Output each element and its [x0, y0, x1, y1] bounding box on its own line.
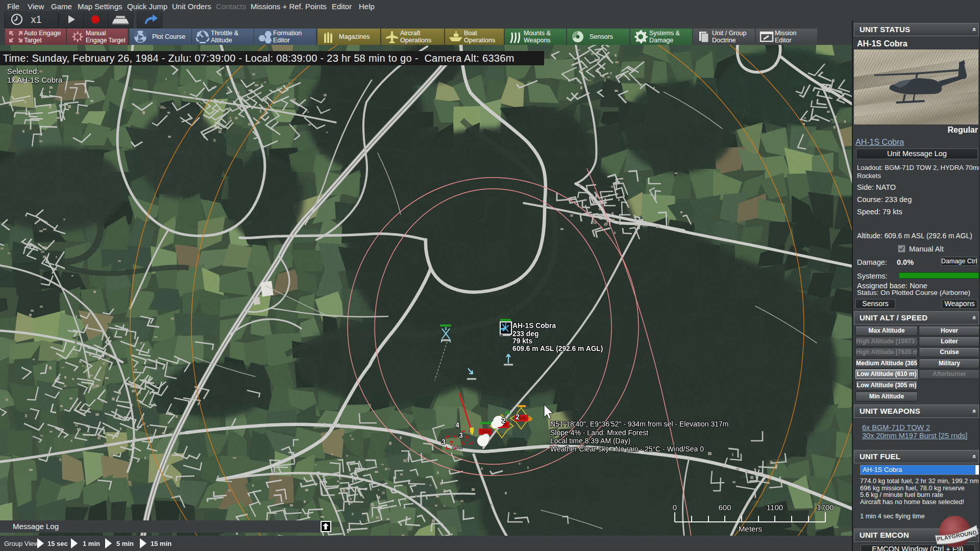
svg-text:3: 3 — [459, 432, 463, 439]
svg-text:600: 600 — [718, 503, 731, 512]
svg-text:8 sec: 8 sec — [452, 445, 463, 450]
svg-text:N51°18'40", E9°36'52" - 934m f: N51°18'40", E9°36'52" - 934m from sel - … — [550, 420, 728, 428]
svg-text:1700: 1700 — [817, 503, 834, 512]
svg-text:3: 3 — [442, 438, 446, 446]
svg-text:Meters: Meters — [739, 524, 762, 533]
svg-text:609.6 m ASL (292.6 m AGL): 609.6 m ASL (292.6 m AGL) — [512, 345, 603, 353]
svg-text:4: 4 — [455, 421, 459, 429]
svg-text:Weather Clear sky - No rain -: Weather Clear sky - No rain - 25°C - Win… — [550, 445, 704, 453]
svg-text:233 deg: 233 deg — [512, 330, 538, 338]
svg-text:?: ? — [464, 434, 469, 442]
svg-text:x1: x1 — [31, 14, 41, 25]
svg-text:AH-1S Cobra: AH-1S Cobra — [512, 322, 556, 330]
svg-text:0: 0 — [673, 503, 677, 512]
svg-text:2: 2 — [516, 413, 520, 421]
svg-text:Local time 8:39 AM (Day): Local time 8:39 AM (Day) — [550, 437, 630, 445]
svg-text:1100: 1100 — [767, 503, 783, 512]
svg-text:Slope 4% - Land: Mixed Forest: Slope 4% - Land: Mixed Forest — [550, 429, 648, 437]
svg-text:2: 2 — [502, 417, 506, 424]
svg-text:79 kts: 79 kts — [512, 337, 532, 345]
